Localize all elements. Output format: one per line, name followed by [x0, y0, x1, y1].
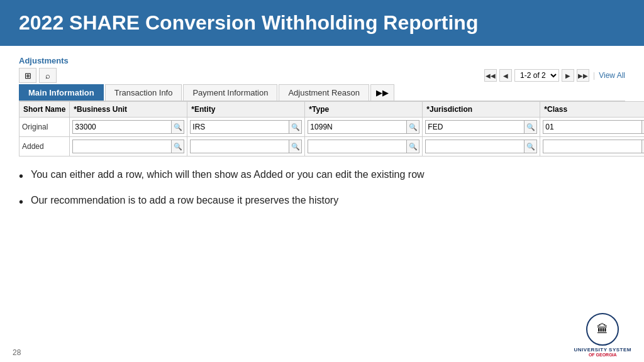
usg-circle: 🏛: [586, 313, 619, 346]
entity-input-original[interactable]: [190, 120, 289, 134]
bullet-item-2: • Our recommendation is to add a row bec…: [19, 194, 625, 211]
toolbar-row: ⊞ ⌕ ◀◀ ◀ 1-2 of 2 ▶ ▶▶ | View All: [19, 68, 625, 83]
row-added-type: 🔍: [305, 137, 423, 156]
row-added-entity: 🔍: [187, 137, 305, 156]
more-tabs-button[interactable]: ▶▶: [370, 84, 394, 101]
table-row: Original 🔍 🔍 🔍: [19, 118, 645, 137]
lookup-icon: 🔍: [291, 143, 300, 151]
jurisdiction-input-original[interactable]: [425, 120, 525, 134]
first-page-icon: ◀◀: [486, 72, 496, 79]
class-input-added[interactable]: [543, 140, 642, 153]
tab-main-information[interactable]: Main Information: [19, 84, 104, 101]
tab-transaction-info[interactable]: Transaction Info: [105, 84, 182, 101]
row-original-entity: 🔍: [187, 118, 305, 137]
bullets-section: • You can either add a row, which will t…: [19, 156, 625, 211]
jurisdiction-input-added[interactable]: [425, 140, 525, 153]
prev-page-icon: ◀: [503, 72, 508, 79]
tabs-row: Main Information Transaction Info Paymen…: [19, 84, 625, 101]
row-original-business-unit: 🔍: [70, 118, 187, 137]
toolbar-right: ◀◀ ◀ 1-2 of 2 ▶ ▶▶ | View All: [484, 69, 625, 82]
bullet-text-2: Our recommendation is to add a row becau…: [31, 194, 338, 207]
view-all-link[interactable]: View All: [599, 71, 625, 80]
col-short-name: Short Name: [19, 102, 70, 118]
row-original-jurisdiction: 🔍: [423, 118, 540, 137]
footer-page-number: 28: [13, 348, 21, 357]
bullet-dot-1: •: [19, 167, 23, 185]
usg-text-line1: UNIVERSITY SYSTEM: [574, 347, 631, 353]
jurisdiction-lookup-added[interactable]: 🔍: [525, 140, 537, 153]
adjustments-table: Short Name *Business Unit *Entity *Type …: [19, 101, 644, 156]
tab-adjustment-reason[interactable]: Adjustment Reason: [279, 84, 369, 101]
type-lookup-original[interactable]: 🔍: [407, 120, 419, 134]
entity-lookup-added[interactable]: 🔍: [289, 140, 302, 153]
entity-input-added[interactable]: [190, 140, 289, 153]
type-input-added[interactable]: [308, 140, 407, 153]
col-business-unit: *Business Unit: [70, 102, 187, 118]
row-original-label: Original: [19, 118, 70, 137]
row-original-type: 🔍: [305, 118, 423, 137]
row-added-jurisdiction: 🔍: [423, 137, 540, 156]
col-entity: *Entity: [187, 102, 305, 118]
bullet-text-1: You can either add a row, which will the…: [31, 168, 425, 182]
class-input-original[interactable]: [543, 120, 642, 134]
toolbar-left: ⊞ ⌕: [19, 68, 57, 83]
row-original-class: 🔍: [540, 118, 644, 137]
lookup-icon: 🔍: [174, 123, 182, 131]
jurisdiction-lookup-original[interactable]: 🔍: [525, 120, 537, 134]
section-label: Adjustments: [19, 56, 625, 65]
main-content: Adjustments ⊞ ⌕ ◀◀ ◀ 1-2 of 2 ▶: [0, 46, 644, 229]
first-page-button[interactable]: ◀◀: [484, 69, 497, 82]
business-unit-input-original[interactable]: [72, 120, 172, 134]
lookup-icon: 🔍: [174, 143, 182, 151]
separator: |: [593, 71, 595, 80]
usg-text-line2: OF GEORGIA: [589, 353, 617, 357]
page-header: 2022 SHARE Conversion Withholding Report…: [0, 0, 644, 46]
row-added-business-unit: 🔍: [70, 137, 187, 156]
grid-view-button[interactable]: ⊞: [19, 68, 36, 83]
table-row: Added 🔍 🔍 🔍: [19, 137, 645, 156]
type-lookup-added[interactable]: 🔍: [407, 140, 419, 153]
page-title: 2022 SHARE Conversion Withholding Report…: [19, 11, 625, 35]
lookup-icon: 🔍: [409, 123, 418, 131]
col-type: *Type: [305, 102, 423, 118]
type-input-original[interactable]: [308, 120, 407, 134]
next-page-icon: ▶: [565, 72, 570, 79]
business-unit-input-added[interactable]: [72, 140, 172, 153]
lookup-icon: 🔍: [409, 143, 418, 151]
entity-lookup-original[interactable]: 🔍: [289, 120, 302, 134]
col-class: *Class: [540, 102, 644, 118]
prev-page-button[interactable]: ◀: [499, 69, 512, 82]
grid-icon: ⊞: [25, 71, 31, 80]
bullet-dot-2: •: [19, 193, 23, 211]
business-unit-lookup-original[interactable]: 🔍: [172, 120, 184, 134]
tab-payment-information[interactable]: Payment Information: [183, 84, 277, 101]
business-unit-lookup-added[interactable]: 🔍: [172, 140, 184, 153]
col-jurisdiction: *Jurisdiction: [423, 102, 540, 118]
next-page-button[interactable]: ▶: [562, 69, 574, 82]
last-page-icon: ▶▶: [578, 72, 588, 79]
search-toolbar-button[interactable]: ⌕: [39, 68, 57, 83]
row-added-label: Added: [19, 137, 70, 156]
usg-logo: 🏛 UNIVERSITY SYSTEM OF GEORGIA: [574, 313, 631, 357]
lookup-icon: 🔍: [526, 123, 535, 131]
last-page-button[interactable]: ▶▶: [577, 69, 589, 82]
search-icon: ⌕: [45, 71, 50, 80]
page-select[interactable]: 1-2 of 2: [514, 69, 559, 82]
usg-inner: 🏛: [589, 315, 616, 343]
row-added-class: 🔍: [540, 137, 644, 156]
bullet-item-1: • You can either add a row, which will t…: [19, 168, 625, 185]
usg-building-icon: 🏛: [597, 323, 608, 336]
lookup-icon: 🔍: [291, 123, 300, 131]
lookup-icon: 🔍: [526, 143, 535, 151]
more-tabs-icon: ▶▶: [376, 88, 389, 97]
